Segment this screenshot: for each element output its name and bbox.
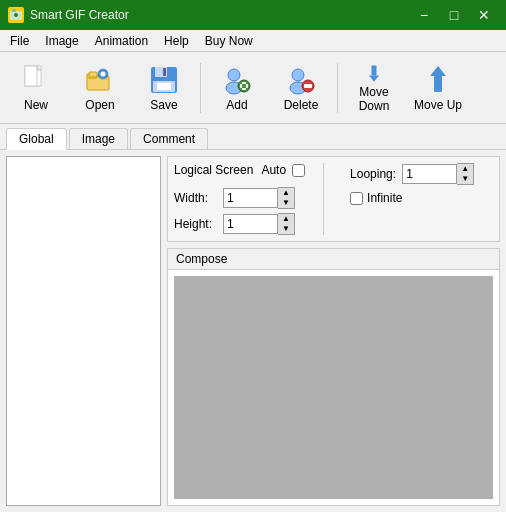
tab-global[interactable]: Global [6,128,67,150]
settings-divider [323,163,324,235]
compose-tab-header: Compose [168,249,499,270]
toolbar-sep-2 [337,63,338,113]
svg-rect-22 [157,83,171,90]
menu-buy-now[interactable]: Buy Now [197,30,261,51]
svg-rect-1 [12,9,16,12]
menu-bar: File Image Animation Help Buy Now [0,30,506,52]
svg-rect-16 [98,73,100,75]
menu-file[interactable]: File [2,30,37,51]
save-label: Save [150,98,177,112]
svg-rect-15 [102,77,104,79]
screen-settings: Logical Screen Auto Width: 1 ▲ ▼ [174,163,305,235]
auto-checkbox[interactable] [292,164,305,177]
save-icon [148,64,180,96]
delete-label: Delete [284,98,319,112]
save-button[interactable]: Save [134,58,194,118]
tabs-row: Global Image Comment [0,124,506,150]
logical-screen-label: Logical Screen [174,163,253,177]
height-up-btn[interactable]: ▲ [278,214,294,224]
frame-list [6,156,161,506]
height-label: Height: [174,217,219,231]
delete-icon [285,64,317,96]
minimize-button[interactable]: − [410,4,438,26]
looping-spinner: 1 ▲ ▼ [402,163,474,185]
right-section: Logical Screen Auto Width: 1 ▲ ▼ [167,156,500,506]
height-spinner: 1 ▲ ▼ [223,213,295,235]
menu-image[interactable]: Image [37,30,86,51]
infinite-checkbox[interactable] [350,192,363,205]
width-spin-btns: ▲ ▼ [278,187,295,209]
move-down-label: Move Down [349,85,399,113]
add-label: Add [226,98,247,112]
close-button[interactable]: ✕ [470,4,498,26]
svg-marker-36 [430,66,446,76]
infinite-label: Infinite [367,191,402,205]
svg-point-30 [292,69,304,81]
compose-panel: Compose MEDIA [167,248,500,506]
height-down-btn[interactable]: ▼ [278,224,294,234]
looping-label: Looping: [350,167,396,181]
width-up-btn[interactable]: ▲ [278,188,294,198]
new-button[interactable]: New [6,58,66,118]
looping-up-btn[interactable]: ▲ [457,164,473,174]
title-bar: Smart GIF Creator − □ ✕ [0,0,506,30]
svg-rect-20 [163,68,166,76]
svg-point-2 [14,13,18,17]
settings-panel: Logical Screen Auto Width: 1 ▲ ▼ [167,156,500,242]
svg-rect-11 [89,72,97,77]
add-icon [221,64,253,96]
svg-point-13 [101,71,106,76]
looping-down-btn[interactable]: ▼ [457,174,473,184]
open-label: Open [85,98,114,112]
new-label: New [24,98,48,112]
toolbar: New Open Save [0,52,506,124]
content-area: Global Image Comment Logical Screen Auto [0,124,506,512]
compose-tab-label: Compose [176,252,227,266]
open-button[interactable]: Open [70,58,130,118]
app-title: Smart GIF Creator [30,8,410,22]
main-panel: Logical Screen Auto Width: 1 ▲ ▼ [0,150,506,512]
move-down-icon [358,63,390,83]
width-down-btn[interactable]: ▼ [278,198,294,208]
move-up-button[interactable]: Move Up [408,58,468,118]
new-icon [20,64,52,96]
svg-rect-5 [25,66,37,86]
app-icon [8,7,24,23]
height-input[interactable]: 1 [223,214,278,234]
svg-rect-33 [304,84,312,88]
svg-rect-14 [102,69,104,71]
auto-label: Auto [261,163,286,177]
svg-marker-35 [369,75,379,81]
svg-rect-34 [372,65,377,75]
svg-rect-37 [434,76,442,92]
compose-canvas: MEDIA [174,276,493,499]
svg-point-23 [228,69,240,81]
width-label: Width: [174,191,219,205]
toolbar-sep-1 [200,63,201,113]
width-input[interactable]: 1 [223,188,278,208]
height-spin-btns: ▲ ▼ [278,213,295,235]
window-controls: − □ ✕ [410,4,498,26]
move-up-icon [422,64,454,96]
delete-button[interactable]: Delete [271,58,331,118]
menu-animation[interactable]: Animation [87,30,156,51]
looping-spin-btns: ▲ ▼ [457,163,474,185]
svg-rect-17 [106,73,108,75]
width-spinner: 1 ▲ ▼ [223,187,295,209]
looping-input[interactable]: 1 [402,164,457,184]
tab-comment[interactable]: Comment [130,128,208,149]
move-down-button[interactable]: Move Down [344,58,404,118]
looping-settings: Looping: 1 ▲ ▼ Infinite [342,163,474,235]
maximize-button[interactable]: □ [440,4,468,26]
tab-image[interactable]: Image [69,128,128,149]
add-button[interactable]: Add [207,58,267,118]
svg-rect-29 [242,84,246,88]
menu-help[interactable]: Help [156,30,197,51]
open-icon [84,64,116,96]
move-up-label: Move Up [414,98,462,112]
